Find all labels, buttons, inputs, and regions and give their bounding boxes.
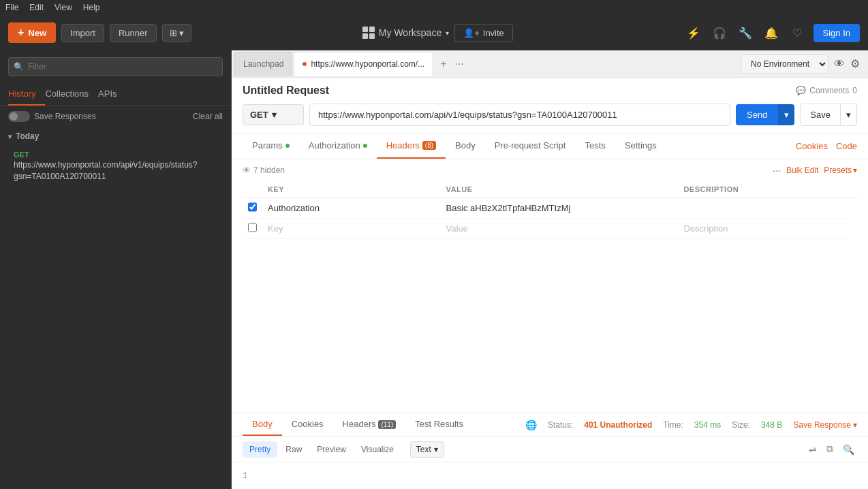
bulk-edit-button[interactable]: Bulk Edit bbox=[786, 165, 818, 175]
copy-button[interactable]: ⧉ bbox=[824, 441, 836, 458]
row-desc-cell bbox=[679, 198, 847, 219]
more-tabs-button[interactable]: ··· bbox=[452, 55, 466, 73]
cookies-link[interactable]: Cookies bbox=[796, 141, 828, 151]
key-input[interactable] bbox=[268, 203, 435, 213]
runner-button[interactable]: Runner bbox=[110, 24, 157, 42]
status-value: 401 Unauthorized bbox=[584, 420, 652, 430]
toolbar-center: My Workspace ▾ 👤+ Invite bbox=[197, 24, 678, 42]
fmt-tab-pretty[interactable]: Pretty bbox=[243, 441, 277, 458]
fmt-tab-visualize[interactable]: Visualize bbox=[354, 441, 401, 458]
sidebar-tab-apis[interactable]: APIs bbox=[98, 83, 126, 106]
env-select[interactable]: No Environment bbox=[741, 54, 828, 74]
resp-tab-test-results[interactable]: Test Results bbox=[405, 413, 473, 436]
invite-button[interactable]: 👤+ Invite bbox=[454, 24, 513, 42]
fmt-tab-raw[interactable]: Raw bbox=[279, 441, 309, 458]
section-caret-icon: ▾ bbox=[8, 133, 12, 140]
headers-thead: KEY VALUE DESCRIPTION bbox=[243, 181, 857, 198]
hidden-count[interactable]: 👁 7 hidden bbox=[243, 165, 285, 175]
lightning-icon[interactable]: ⚡ bbox=[684, 23, 703, 42]
headers-actions: ··· Bulk Edit Presets ▾ bbox=[773, 165, 857, 176]
fmt-tab-preview[interactable]: Preview bbox=[310, 441, 353, 458]
save-button[interactable]: Save bbox=[800, 104, 841, 126]
req-tab-prerequest[interactable]: Pre-request Script bbox=[485, 133, 576, 159]
history-method: GET bbox=[14, 151, 29, 159]
save-responses-toggle[interactable]: Save Responses bbox=[8, 111, 96, 122]
menu-file[interactable]: File bbox=[5, 3, 18, 12]
request-area: Untitled Request 💬 Comments 0 GET ▾ Send… bbox=[232, 78, 868, 133]
request-tabs: Params Authorization Headers (8) Body Pr… bbox=[232, 133, 868, 159]
req-tab-tests[interactable]: Tests bbox=[575, 133, 615, 159]
main-layout: 🔍 History Collections APIs Save Response… bbox=[0, 50, 868, 489]
workspace-button[interactable]: My Workspace ▾ bbox=[362, 27, 449, 39]
menu-view[interactable]: View bbox=[55, 3, 72, 12]
import-button[interactable]: Import bbox=[61, 24, 104, 42]
resp-tab-cookies[interactable]: Cookies bbox=[282, 413, 333, 436]
new-button-label: New bbox=[28, 28, 46, 38]
req-tab-body[interactable]: Body bbox=[446, 133, 485, 159]
resp-tab-headers[interactable]: Headers (11) bbox=[333, 413, 406, 436]
headers-label: Headers bbox=[386, 140, 420, 151]
text-type-select[interactable]: Text ▾ bbox=[410, 441, 444, 458]
tab-launchpad[interactable]: Launchpad bbox=[234, 52, 292, 76]
resp-tab-body[interactable]: Body bbox=[243, 413, 282, 436]
send-button[interactable]: Send bbox=[736, 104, 778, 125]
history-item[interactable]: GET https://www.hyponportal.com/api/v1/e… bbox=[8, 145, 223, 187]
search-response-button[interactable]: 🔍 bbox=[840, 441, 857, 458]
send-caret-button[interactable]: ▾ bbox=[778, 104, 794, 125]
row-checkbox[interactable] bbox=[248, 202, 257, 212]
eye-icon: 👁 bbox=[243, 165, 251, 175]
code-link[interactable]: Code bbox=[836, 141, 857, 151]
size-label: Size: bbox=[732, 420, 750, 430]
params-dot bbox=[285, 144, 290, 148]
comments-button[interactable]: 💬 Comments 0 bbox=[796, 86, 857, 95]
req-tab-params[interactable]: Params bbox=[243, 133, 299, 159]
signin-button[interactable]: Sign In bbox=[813, 24, 860, 42]
new-button[interactable]: + New bbox=[8, 22, 56, 43]
tab-launchpad-label: Launchpad bbox=[243, 59, 283, 69]
empty-key-input[interactable] bbox=[268, 223, 435, 234]
sidebar-tab-history[interactable]: History bbox=[8, 83, 45, 106]
presets-button[interactable]: Presets ▾ bbox=[824, 165, 857, 175]
desc-input[interactable] bbox=[684, 203, 841, 213]
toggle-switch[interactable] bbox=[8, 111, 30, 122]
today-label: Today bbox=[16, 131, 39, 141]
comments-icon: 💬 bbox=[796, 86, 806, 95]
req-tab-authorization[interactable]: Authorization bbox=[299, 133, 377, 159]
tab-request[interactable]: https://www.hyponportal.com/... bbox=[294, 52, 433, 76]
url-bar: GET ▾ Send ▾ Save ▾ bbox=[243, 104, 857, 126]
sidebar-tab-collections[interactable]: Collections bbox=[45, 83, 98, 106]
value-input[interactable] bbox=[446, 203, 673, 213]
today-section-header[interactable]: ▾ Today bbox=[8, 131, 223, 141]
plus-icon: + bbox=[18, 27, 24, 39]
search-input[interactable] bbox=[8, 57, 223, 76]
save-caret-button[interactable]: ▾ bbox=[841, 104, 857, 126]
heart-icon[interactable]: ♡ bbox=[788, 23, 807, 42]
prerequest-label: Pre-request Script bbox=[495, 140, 566, 151]
line-number: 1 bbox=[243, 471, 248, 481]
presets-label: Presets bbox=[824, 165, 852, 175]
resp-headers-badge: (11) bbox=[378, 420, 396, 429]
menu-edit[interactable]: Edit bbox=[29, 3, 44, 12]
add-tab-button[interactable]: + bbox=[437, 55, 449, 73]
save-response-button[interactable]: Save Response ▾ bbox=[793, 420, 857, 430]
empty-value-input[interactable] bbox=[446, 223, 673, 234]
headphone-icon[interactable]: 🎧 bbox=[710, 23, 729, 42]
empty-row-checkbox[interactable] bbox=[248, 223, 257, 232]
empty-desc-input[interactable] bbox=[684, 223, 841, 234]
req-tab-settings[interactable]: Settings bbox=[615, 133, 666, 159]
extra-button[interactable]: ⊞ ▾ bbox=[162, 24, 192, 42]
menu-help[interactable]: Help bbox=[83, 3, 100, 12]
request-title-bar: Untitled Request 💬 Comments 0 bbox=[243, 84, 857, 97]
method-select[interactable]: GET ▾ bbox=[243, 104, 304, 125]
bell-icon[interactable]: 🔔 bbox=[762, 23, 781, 42]
wrap-icon[interactable]: ⇌ bbox=[806, 441, 820, 458]
save-response-caret-icon: ▾ bbox=[853, 420, 857, 430]
more-options-button[interactable]: ··· bbox=[773, 165, 781, 176]
clear-all-button[interactable]: Clear all bbox=[193, 112, 223, 121]
req-tab-headers[interactable]: Headers (8) bbox=[377, 133, 446, 159]
env-settings-button[interactable]: ⚙ bbox=[850, 57, 860, 70]
wrench-icon[interactable]: 🔧 bbox=[736, 23, 755, 42]
url-input[interactable] bbox=[309, 104, 730, 126]
toolbar-right: ⚡ 🎧 🔧 🔔 ♡ Sign In bbox=[684, 23, 860, 42]
env-eye-button[interactable]: 👁 bbox=[834, 58, 845, 70]
